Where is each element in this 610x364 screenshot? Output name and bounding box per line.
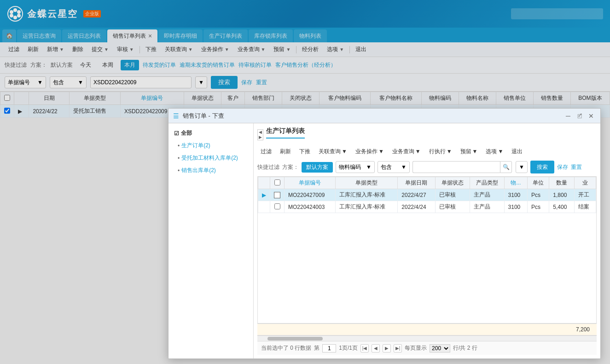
modal-search-field-select[interactable]: 物料编码 ▼ [336, 161, 375, 173]
modal-close-btn[interactable]: ✕ [587, 111, 596, 121]
modal-filter-btn[interactable]: 过滤 [257, 146, 275, 157]
modal-cell-doc-date-2: 2022/4/24 [398, 201, 435, 213]
modal-scrollbar-thumb[interactable] [267, 337, 323, 341]
modal-page-next[interactable]: ▶ [383, 344, 391, 352]
modal-save-btn[interactable]: 保存 [557, 163, 568, 171]
modal-business-op-btn[interactable]: 业务操作▼ [352, 146, 387, 157]
modal-cell-doc-date-1: 2022/4/27 [398, 189, 435, 201]
modal-row-indicator-1: ▶ [258, 189, 270, 201]
modal-select-all[interactable] [274, 179, 280, 185]
modal-search-input[interactable] [412, 161, 500, 173]
modal-footer: 当前选中了 0 行数据 第 1页/1页 |◀ ◀ ▶ ▶| 每页显示 200 1… [257, 341, 597, 355]
modal-search-condition-select[interactable]: 包含 ▼ [378, 161, 410, 173]
modal-related-query-btn[interactable]: 关联查询▼ [315, 146, 350, 157]
modal-cell-unit-1[interactable]: Pcs [528, 189, 549, 201]
tree-item-sales-out[interactable]: • 销售出库单(2) [168, 164, 253, 177]
modal-line-exec-btn[interactable]: 行执行▼ [426, 146, 455, 157]
modal-cell-doc-no-2[interactable]: MO220424003 [285, 201, 336, 213]
modal-col-doc-date[interactable]: 单据日期 [398, 177, 435, 189]
modal-total-row: 7,200 [257, 324, 597, 335]
modal-col-doc-status[interactable]: 单据状态 [435, 177, 470, 189]
tree-item-material-receipt[interactable]: • 受托加工材料入库单(2) [168, 152, 253, 164]
modal-reserve-btn[interactable]: 预留▼ [457, 146, 481, 157]
modal-filter-label: 快捷过滤 [257, 163, 279, 171]
modal-table-row-1[interactable]: ▶ MO220427009 工库汇报入库-标准 2022/4/27 已审核 主产… [258, 189, 596, 201]
modal-cell-extra-1: 开工 [574, 189, 596, 201]
modal-table-container: 单据编号 单据类型 单据日期 单据状态 产品类型 物... 单位 数量 业 [257, 176, 597, 324]
modal-cell-material-2[interactable]: 3100 [504, 201, 527, 213]
modal-options-btn[interactable]: 选项▼ [482, 146, 506, 157]
modal-search-more-btn[interactable]: ▼ [516, 161, 528, 173]
modal-business-query-btn[interactable]: 业务查询▼ [389, 146, 424, 157]
modal-page-prev[interactable]: ◀ [372, 344, 380, 352]
modal-cell-doc-no-1[interactable]: MO220427009 [285, 189, 336, 201]
modal-col-extra[interactable]: 业 [574, 177, 596, 189]
modal-row-checkbox-1[interactable] [270, 189, 285, 201]
modal-col-unit[interactable]: 单位 [528, 177, 549, 189]
modal-search-input-group: 🔍 [412, 161, 512, 173]
tree-bullet-1: • [178, 143, 180, 149]
modal-cell-product-type-2: 主产品 [470, 201, 504, 213]
tree-bullet-2: • [178, 155, 180, 162]
modal-per-page-label: 每页显示 [405, 344, 427, 352]
modal-tree-panel: ☑ 全部 • 生产订单(2) • 受托加工材料入库单(2) • 销售出库单(2) [168, 123, 254, 358]
modal-title-text: 销售订单 - 下查 [183, 112, 560, 120]
tree-checkbox-icon: ☑ [174, 130, 179, 137]
modal-per-page-select[interactable]: 200 100 50 [430, 344, 450, 352]
modal-table: 单据编号 单据类型 单据日期 单据状态 产品类型 物... 单位 数量 业 [258, 177, 596, 213]
modal-cell-doc-type-2: 工库汇报入库-标准 [336, 201, 398, 213]
modal-page-last[interactable]: ▶| [394, 344, 402, 352]
modal-col-material-code[interactable]: 物... [504, 177, 527, 189]
modal-col-doc-no[interactable]: 单据编号 [285, 177, 336, 189]
modal-page-first[interactable]: |◀ [360, 344, 369, 352]
tree-item-production-order[interactable]: • 生产订单(2) [168, 139, 253, 152]
modal-total-rows: 行/共 2 行 [453, 344, 477, 352]
modal-cell-qty-1: 1,800 [549, 189, 574, 201]
modal-toolbar: 过滤 刷新 下推 关联查询▼ 业务操作▼ 业务查询▼ 行执行▼ 预留▼ 选项▼ … [257, 145, 597, 158]
modal-exit-btn[interactable]: 退出 [508, 146, 526, 157]
modal-body: ☑ 全部 • 生产订单(2) • 受托加工材料入库单(2) • 销售出库单(2) [168, 123, 600, 358]
modal-downcheck: ☰ 销售订单 - 下查 ⤢ ─ □ ✕ ☑ 全部 • 生产订单(2) • 受托加… [168, 108, 601, 359]
modal-search-button[interactable]: 搜索 [530, 161, 554, 173]
modal-search-icon-btn[interactable]: 🔍 [500, 161, 512, 173]
modal-cell-qty-2: 5,400 [549, 201, 574, 213]
modal-right-panel: ◀ ▶ 生产订单列表 过滤 刷新 下推 关联查询▼ 业务操作▼ 业务查询▼ 行执… [254, 123, 600, 358]
modal-cell-material-1[interactable]: 3100 [504, 189, 527, 201]
modal-page-total: 1页/1页 [339, 344, 358, 352]
tree-bullet-3: • [178, 168, 180, 174]
modal-refresh-btn[interactable]: 刷新 [277, 146, 294, 157]
modal-cell-doc-status-2: 已审核 [435, 201, 470, 213]
modal-checkbox-1[interactable] [274, 192, 280, 198]
modal-expand-btn[interactable]: ⤢ [576, 111, 584, 119]
modal-cell-doc-type-1: 工库汇报入库-标准 [336, 189, 398, 201]
modal-title-icon: ☰ [173, 112, 179, 120]
modal-col-qty[interactable]: 数量 [549, 177, 574, 189]
modal-scrollbar-h[interactable] [257, 335, 597, 341]
modal-subtitle: 生产订单列表 [266, 127, 305, 139]
modal-cell-product-type-1: 主产品 [470, 189, 504, 201]
modal-row-indicator-2 [258, 201, 270, 213]
modal-scheme-label: 方案： [282, 163, 299, 171]
modal-col-product-type[interactable]: 产品类型 [470, 177, 504, 189]
modal-col-checkbox[interactable] [270, 177, 285, 189]
modal-cell-unit-2[interactable]: Pcs [528, 201, 549, 213]
modal-scheme-btn[interactable]: 默认方案 [302, 162, 333, 173]
modal-cell-extra-2: 结案 [574, 201, 596, 213]
modal-row-checkbox-2[interactable] [270, 201, 285, 213]
modal-table-row-2[interactable]: MO220424003 工库汇报入库-标准 2022/4/24 已审核 主产品 … [258, 201, 596, 213]
modal-pushdown-btn[interactable]: 下推 [296, 146, 314, 157]
tree-item-all[interactable]: ☑ 全部 [168, 127, 253, 139]
panel-collapse-arrows[interactable]: ◀ ▶ [257, 129, 263, 140]
modal-title-bar: ☰ 销售订单 - 下查 ⤢ ─ □ ✕ [168, 109, 600, 123]
modal-filter-bar: 快捷过滤 方案： 默认方案 物料编码 ▼ 包含 ▼ 🔍 ▼ 搜索 保 [257, 161, 597, 173]
modal-cell-doc-status-1: 已审核 [435, 189, 470, 201]
modal-reset-btn[interactable]: 重置 [571, 163, 582, 171]
modal-checkbox-2[interactable] [274, 203, 280, 209]
modal-col-doc-type[interactable]: 单据类型 [336, 177, 398, 189]
modal-col-indicator [258, 177, 270, 189]
modal-status: 当前选中了 0 行数据 [261, 344, 311, 352]
modal-page-input[interactable] [322, 344, 336, 352]
modal-page-info: 第 [314, 344, 320, 352]
modal-minimize-btn[interactable]: ─ [564, 111, 573, 121]
